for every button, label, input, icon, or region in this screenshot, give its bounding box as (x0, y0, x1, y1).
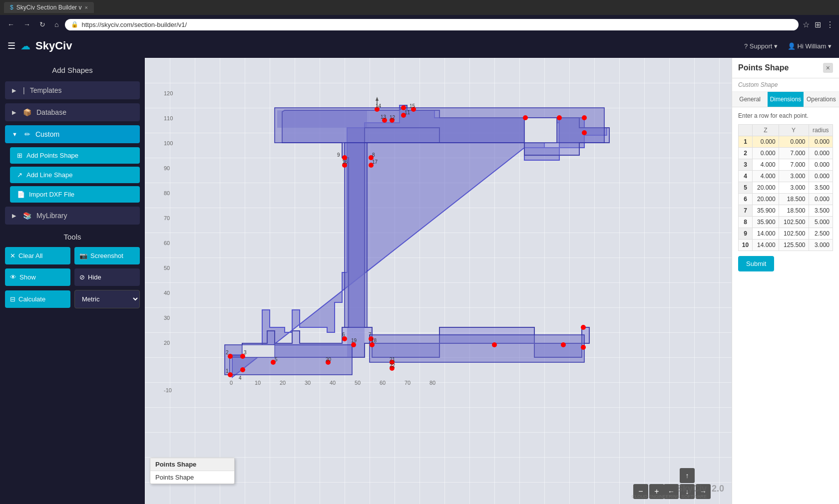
right-notch (524, 118, 557, 143)
x-label-70: 70 (405, 380, 411, 386)
reload-button[interactable]: ↻ (37, 19, 48, 29)
import-dxf-button[interactable]: 📄 Import DXF File (10, 186, 140, 203)
add-line-shape-button[interactable]: ↗ Add Line Shape (10, 167, 140, 183)
y-label-neg10: -10 (164, 387, 172, 393)
browser-tab[interactable]: $ SkyCiv Section Builder v × (4, 2, 94, 13)
col-header-z: Z (752, 125, 779, 136)
back-button[interactable]: ← (5, 19, 17, 29)
cell-radius[interactable]: 0.000 (809, 136, 833, 148)
custom-icon: ✏ (24, 130, 30, 138)
cell-z[interactable]: 4.000 (752, 171, 779, 182)
support-button[interactable]: ? Support ▾ (744, 42, 778, 50)
camera-icon: 📷 (79, 252, 87, 259)
cell-z[interactable]: 35.900 (752, 205, 779, 217)
show-button[interactable]: 👁 Show (5, 268, 70, 286)
tooltip-item[interactable]: Points Shape (150, 471, 234, 484)
star-icon[interactable]: ☆ (803, 20, 810, 29)
cell-radius[interactable]: 0.000 (809, 159, 833, 171)
cell-radius[interactable]: 0.000 (809, 148, 833, 159)
panel-header: Points Shape × (732, 58, 839, 78)
tab-general[interactable]: General (732, 92, 768, 107)
calculate-button[interactable]: ⊟ Calculate (5, 290, 70, 308)
sidebar-item-mylibrary[interactable]: ▶ 📚 MyLibrary (5, 207, 140, 225)
nav-up-button[interactable]: ↑ (680, 468, 695, 483)
sidebar-item-database[interactable]: ▶ 📦 Database (5, 103, 140, 121)
x-label-30: 30 (305, 380, 311, 386)
custom-label: Custom (35, 130, 59, 138)
sidebar-item-custom[interactable]: ▼ ✏ Custom (5, 125, 140, 143)
templates-label: Templates (30, 86, 62, 94)
hamburger-icon[interactable]: ☰ (7, 40, 15, 51)
address-bar[interactable]: 🔒 https://skyciv.com/section-builder/v1/ (65, 19, 799, 30)
table-row[interactable]: 5 20.000 3.000 3.500 (739, 182, 833, 194)
tab-operations[interactable]: Operations (804, 92, 839, 107)
cell-y[interactable]: 102.500 (779, 228, 809, 240)
submit-button[interactable]: Submit (738, 256, 774, 271)
unit-select[interactable]: Metric Imperial (74, 290, 140, 308)
cell-z[interactable]: 0.000 (752, 136, 779, 148)
table-row[interactable]: 1 0.000 0.000 0.000 (739, 136, 833, 148)
menu-icon[interactable]: ⋮ (826, 20, 834, 29)
cell-radius[interactable]: 3.500 (809, 182, 833, 194)
panel-subtitle: Custom Shape (732, 78, 839, 92)
cell-y[interactable]: 7.000 (779, 148, 809, 159)
cell-z[interactable]: 35.900 (752, 217, 779, 228)
row-num: 8 (739, 217, 753, 228)
mylibrary-icon: 📚 (23, 212, 31, 220)
user-icon: 👤 (788, 42, 796, 50)
extensions-icon[interactable]: ⊞ (815, 20, 821, 29)
browser-chrome: $ SkyCiv Section Builder v × (0, 0, 839, 15)
y-label-100: 100 (164, 140, 173, 146)
table-row[interactable]: 10 14.000 125.500 3.000 (739, 240, 833, 251)
hide-button[interactable]: ⊘ Hide (74, 268, 140, 286)
cell-z[interactable]: 14.000 (752, 228, 779, 240)
cell-radius[interactable]: 3.000 (809, 240, 833, 251)
home-button[interactable]: ⌂ (52, 19, 61, 29)
mylibrary-arrow: ▶ (12, 213, 16, 219)
canvas-area[interactable]: 120 110 100 90 80 70 60 50 40 30 20 -10 … (145, 58, 732, 504)
cell-radius[interactable]: 5.000 (809, 217, 833, 228)
table-row[interactable]: 3 4.000 7.000 0.000 (739, 159, 833, 171)
cell-z[interactable]: 20.000 (752, 194, 779, 205)
y-label-120: 120 (164, 90, 173, 96)
row-num: 9 (739, 228, 753, 240)
table-row[interactable]: 4 4.000 3.000 0.000 (739, 171, 833, 182)
user-menu[interactable]: 👤 Hi William ▾ (788, 42, 832, 50)
sidebar-item-templates[interactable]: ▶ | Templates (5, 81, 140, 99)
cell-y[interactable]: 102.500 (779, 217, 809, 228)
cell-y[interactable]: 7.000 (779, 159, 809, 171)
bottom-tools: ⊟ Calculate Metric Imperial (5, 290, 140, 308)
cell-radius[interactable]: 2.500 (809, 228, 833, 240)
cell-y[interactable]: 125.500 (779, 240, 809, 251)
cell-y[interactable]: 18.500 (779, 194, 809, 205)
tab-close-icon[interactable]: × (84, 4, 87, 10)
cell-y[interactable]: 0.000 (779, 136, 809, 148)
cell-z[interactable]: 0.000 (752, 148, 779, 159)
screenshot-button[interactable]: 📷 Screenshot (74, 247, 140, 264)
forward-button[interactable]: → (21, 19, 33, 29)
row-num: 4 (739, 171, 753, 182)
tab-dimensions[interactable]: Dimensions (768, 92, 803, 107)
add-points-shape-button[interactable]: ⊞ Add Points Shape (10, 147, 140, 164)
cell-z[interactable]: 14.000 (752, 240, 779, 251)
cell-y[interactable]: 3.000 (779, 182, 809, 194)
cell-radius[interactable]: 3.500 (809, 205, 833, 217)
panel-close-button[interactable]: × (823, 63, 833, 73)
table-row[interactable]: 7 35.900 18.500 3.500 (739, 205, 833, 217)
clear-all-button[interactable]: ✕ Clear All (5, 247, 70, 264)
y-label-70: 70 (164, 215, 170, 221)
cell-y[interactable]: 3.000 (779, 171, 809, 182)
cell-y[interactable]: 18.500 (779, 205, 809, 217)
cell-z[interactable]: 20.000 (752, 182, 779, 194)
points-table: Z Y radius 1 0.000 0.000 0.000 2 0.000 7… (738, 124, 833, 251)
tab-title: SkyCiv Section Builder v (16, 4, 82, 11)
table-row[interactable]: 9 14.000 102.500 2.500 (739, 228, 833, 240)
cell-z[interactable]: 4.000 (752, 159, 779, 171)
table-row[interactable]: 8 35.900 102.500 5.000 (739, 217, 833, 228)
cell-radius[interactable]: 0.000 (809, 194, 833, 205)
cell-radius[interactable]: 0.000 (809, 171, 833, 182)
point-9-label: 9 (337, 152, 340, 158)
point-tr1 (523, 115, 528, 120)
table-row[interactable]: 2 0.000 7.000 0.000 (739, 148, 833, 159)
table-row[interactable]: 6 20.000 18.500 0.000 (739, 194, 833, 205)
